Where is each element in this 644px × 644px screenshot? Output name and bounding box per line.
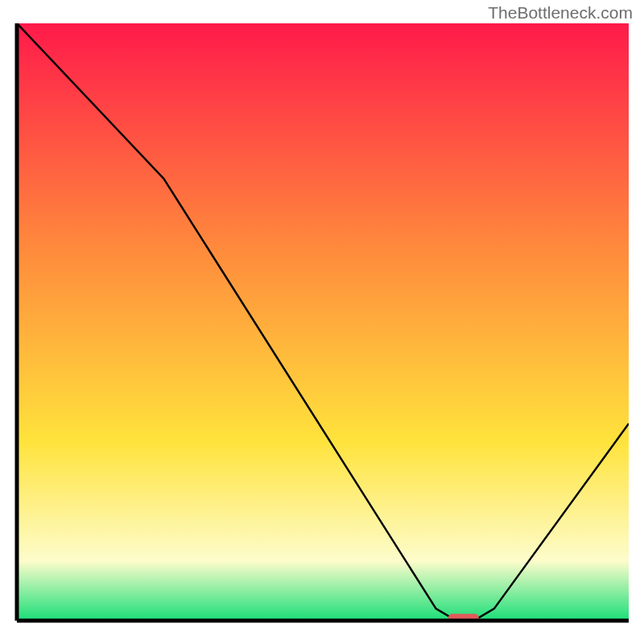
chart-container: TheBottleneck.com — [0, 0, 644, 644]
watermark-text: TheBottleneck.com — [488, 3, 633, 23]
bottleneck-chart — [0, 0, 644, 644]
plot-background — [17, 23, 629, 621]
